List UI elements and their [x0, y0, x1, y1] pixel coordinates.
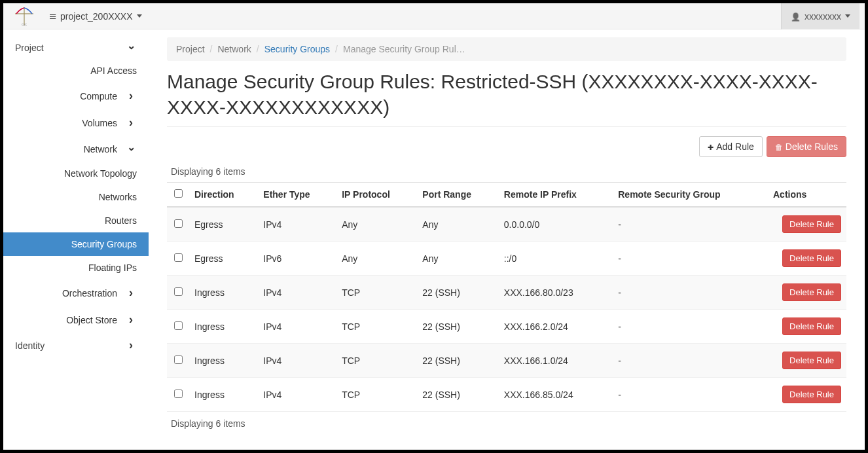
table-row: IngressIPv4TCP22 (SSH)XXX.166.80.0/23-De… [167, 276, 846, 310]
separator: / [335, 44, 338, 54]
cell-remote-ip: XXX.166.85.0/24 [499, 378, 613, 412]
chevron-right-icon [125, 313, 137, 327]
cell-port: Any [417, 207, 499, 242]
sidebar-label: Network [3, 144, 125, 154]
add-rule-button[interactable]: Add Rule [699, 136, 763, 157]
cell-ether: IPv4 [258, 378, 336, 412]
sidebar-item-floating-ips[interactable]: Floating IPs [3, 256, 149, 280]
sidebar-item-network-topology[interactable]: Network Topology [3, 162, 149, 185]
delete-rule-button[interactable]: Delete Rule [782, 386, 841, 403]
cell-ether: IPv6 [258, 242, 336, 276]
items-count-bottom: Displaying 6 items [167, 416, 846, 431]
cell-remote-ip: XXX.166.1.0/24 [499, 344, 613, 378]
table-row: IngressIPv4TCP22 (SSH)XXX.166.85.0/24-De… [167, 378, 846, 412]
sidebar-label: Orchestration [3, 288, 125, 299]
breadcrumb-network[interactable]: Network [217, 44, 251, 54]
cell-proto: TCP [336, 310, 417, 344]
cell-proto: TCP [336, 378, 417, 412]
row-checkbox[interactable] [174, 390, 183, 398]
chevron-right-icon [125, 89, 137, 103]
rules-table: Direction Ether Type IP Protocol Port Ra… [167, 182, 846, 412]
cell-port: 22 (SSH) [417, 276, 499, 310]
cell-ether: IPv4 [258, 344, 336, 378]
col-remote-ip[interactable]: Remote IP Prefix [499, 183, 613, 208]
cell-remote-ip: XXX.166.2.0/24 [499, 310, 613, 344]
cell-direction: Ingress [189, 276, 258, 310]
row-checkbox[interactable] [174, 253, 183, 262]
row-checkbox[interactable] [174, 219, 183, 228]
cell-remote-sg: - [613, 378, 768, 412]
project-selector[interactable]: project_200XXXX [49, 11, 142, 22]
chevron-down-icon [125, 41, 137, 54]
caret-down-icon [137, 14, 142, 18]
cell-remote-sg: - [613, 242, 768, 276]
delete-rule-button[interactable]: Delete Rule [782, 249, 841, 267]
select-all-checkbox[interactable] [174, 189, 183, 198]
col-remote-sg[interactable]: Remote Security Group [613, 183, 768, 208]
delete-rules-button[interactable]: Delete Rules [767, 136, 846, 157]
cell-port: Any [417, 242, 499, 276]
trash-icon [775, 141, 783, 152]
button-label: Add Rule [716, 141, 754, 152]
col-actions: Actions [768, 183, 846, 208]
sidebar-label: Project [15, 43, 44, 53]
page-title: Manage Security Group Rules: Restricted-… [167, 69, 846, 120]
sidebar-item-networks[interactable]: Networks [3, 185, 149, 209]
user-menu[interactable]: xxxxxxxx [781, 3, 859, 29]
sidebar-item-api-access[interactable]: API Access [3, 59, 149, 82]
cell-port: 22 (SSH) [417, 310, 499, 344]
table-row: IngressIPv4TCP22 (SSH)XXX.166.2.0/24-Del… [167, 310, 846, 344]
sidebar-item-routers[interactable]: Routers [3, 209, 149, 232]
cell-remote-sg: - [613, 207, 768, 242]
chevron-right-icon [125, 116, 137, 130]
cell-proto: TCP [336, 276, 417, 310]
sidebar-item-security-groups[interactable]: Security Groups [3, 232, 149, 256]
items-count-top: Displaying 6 items [167, 164, 846, 179]
sidebar-item-compute[interactable]: Compute [3, 82, 149, 109]
breadcrumb-security-groups[interactable]: Security Groups [264, 44, 330, 54]
cell-direction: Egress [189, 242, 258, 276]
cell-remote-sg: - [613, 310, 768, 344]
row-checkbox[interactable] [174, 321, 183, 330]
delete-rule-button[interactable]: Delete Rule [782, 283, 841, 301]
button-label: Delete Rules [786, 141, 838, 152]
sidebar-item-volumes[interactable]: Volumes [3, 109, 149, 136]
cell-ether: IPv4 [258, 207, 336, 242]
sidebar-item-object-store[interactable]: Object Store [3, 306, 149, 333]
cell-remote-ip: XXX.166.80.0/23 [499, 276, 613, 310]
cell-remote-ip: 0.0.0.0/0 [499, 207, 613, 242]
divider [167, 126, 846, 127]
sidebar-label: Identity [15, 340, 45, 351]
cell-ether: IPv4 [258, 310, 336, 344]
delete-rule-button[interactable]: Delete Rule [782, 352, 841, 369]
table-row: EgressIPv4AnyAny0.0.0.0/0-Delete Rule [167, 207, 846, 242]
cell-direction: Ingress [189, 378, 258, 412]
sidebar-item-network[interactable]: Network [3, 136, 149, 162]
col-ip-protocol[interactable]: IP Protocol [336, 183, 417, 208]
cell-proto: Any [336, 207, 417, 242]
col-direction[interactable]: Direction [189, 183, 258, 208]
breadcrumb-project[interactable]: Project [176, 44, 205, 54]
sidebar-item-project[interactable]: Project [3, 36, 149, 59]
breadcrumb-current: Manage Security Group Rul… [343, 44, 465, 54]
csc-logo[interactable]: csc [9, 3, 40, 29]
main-content: Project / Network / Security Groups / Ma… [149, 29, 865, 450]
delete-rule-button[interactable]: Delete Rule [782, 215, 841, 233]
row-checkbox[interactable] [174, 355, 183, 364]
cell-proto: Any [336, 242, 417, 276]
svg-text:csc: csc [22, 22, 27, 26]
delete-rule-button[interactable]: Delete Rule [782, 317, 841, 335]
cell-direction: Egress [189, 207, 258, 242]
col-ether-type[interactable]: Ether Type [258, 183, 336, 208]
cell-remote-sg: - [613, 344, 768, 378]
chevron-down-icon [125, 143, 137, 155]
chevron-right-icon [125, 286, 137, 300]
row-checkbox[interactable] [174, 287, 183, 296]
cell-proto: TCP [336, 344, 417, 378]
sidebar-item-orchestration[interactable]: Orchestration [3, 280, 149, 306]
col-port-range[interactable]: Port Range [417, 183, 499, 208]
cell-port: 22 (SSH) [417, 344, 499, 378]
sidebar-item-identity[interactable]: Identity [3, 333, 149, 357]
sidebar-label: Compute [3, 91, 125, 101]
plus-icon [708, 141, 714, 152]
